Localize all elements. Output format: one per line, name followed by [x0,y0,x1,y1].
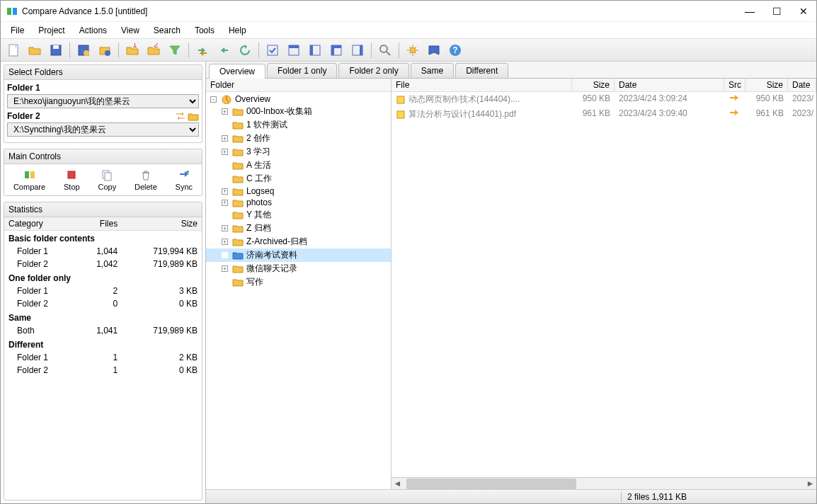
tree-item[interactable]: Y 其他 [206,208,391,222]
file-src [724,108,745,121]
expander-icon[interactable]: + [222,225,228,231]
check-button[interactable] [263,41,282,59]
folder-icon [232,277,244,287]
panel1-button[interactable] [284,41,304,59]
file-src [724,93,745,106]
svg-rect-28 [105,173,111,181]
folder1-input[interactable]: E:\hexo\jianguoyun\我的坚果云 [7,94,199,108]
stats-group: Basic folder contents [4,231,202,246]
folder-icon [232,174,244,183]
tab-same[interactable]: Same [411,63,454,78]
tree-item[interactable]: +Z 归档 [206,222,391,235]
tree-item[interactable]: 济南考试资料 [206,248,391,262]
tree-item[interactable]: +000-Inbox-收集箱 [206,105,391,118]
save-project-button[interactable] [74,41,93,59]
new-button[interactable] [4,41,23,59]
scroll-left-arrow[interactable]: ◄ [392,479,404,488]
settings-button[interactable] [403,41,423,59]
filter-button[interactable] [165,41,185,59]
tree-label: A 生活 [246,159,271,171]
tree-item[interactable]: C 工作 [206,172,391,185]
help-button[interactable]: ? [445,41,465,59]
window-title: Compare Advance 1.5.0 [untitled] [22,6,743,16]
file-row[interactable]: 算法分析与设计(144401).pdf961 KB2023/4/24 3:09:… [392,107,816,122]
tree-item[interactable]: +2 创作 [206,132,391,145]
file-col-size2[interactable]: Size [745,79,788,91]
sync-button[interactable]: Sync [171,167,197,193]
refresh-button[interactable] [235,41,255,59]
menu-help[interactable]: Help [223,24,252,37]
file-col-date2[interactable]: Date [788,79,816,91]
minimize-button[interactable]: — [743,4,757,18]
search-button[interactable] [375,41,395,59]
svg-point-29 [186,171,189,173]
panel3-button[interactable] [326,41,346,59]
book-button[interactable] [424,41,444,59]
compare-button[interactable]: Compare [9,167,50,193]
file-row[interactable]: 动态网页制作技术(144404)....950 KB2023/4/24 3:09… [392,92,816,107]
folder2-input[interactable]: X:\Syncthing\我的坚果云 [7,122,199,137]
sync-left-button[interactable] [214,41,234,59]
delete-button[interactable]: Delete [130,167,161,193]
stats-files: 0 [77,297,122,310]
folder1-button[interactable]: 1 [122,41,142,59]
tree-item[interactable]: -Overview [206,93,391,105]
tree-item[interactable]: 写作 [206,275,391,289]
menu-tools[interactable]: Tools [189,24,220,37]
file-date1: 2023/4/24 3:09:40 [615,108,724,121]
svg-rect-24 [25,171,29,178]
expander-icon[interactable]: - [210,96,217,103]
tree-item[interactable]: 1 软件测试 [206,118,391,132]
scroll-right-arrow[interactable]: ► [804,479,816,488]
open-button[interactable] [25,41,45,59]
folder-icon [232,198,244,207]
folder2-button[interactable]: 2 [144,41,164,59]
expander-icon[interactable]: + [222,265,228,272]
tree-item[interactable]: +photos [206,197,391,208]
tab-folder-2-only[interactable]: Folder 2 only [338,63,408,78]
tree-item[interactable]: +3 学习 [206,145,391,159]
maximize-button[interactable]: ☐ [770,4,784,18]
file-col-date1[interactable]: Date [615,79,724,91]
file-col-file[interactable]: File [392,79,572,91]
menu-file[interactable]: File [5,24,30,37]
tree-item[interactable]: A 生活 [206,159,391,172]
menu-project[interactable]: Project [33,24,70,37]
svg-rect-0 [7,8,11,15]
stats-label: Folder 1 [4,285,77,297]
menu-search[interactable]: Search [148,24,186,37]
browse-icon[interactable] [188,111,199,121]
recent-projects-button[interactable] [95,41,115,59]
stop-button[interactable]: Stop [59,167,84,193]
tree-item[interactable]: +Logseq [206,185,391,197]
expander-icon[interactable]: + [222,200,228,206]
stats-files: 1,042 [77,258,122,270]
expander-icon[interactable]: + [222,188,228,195]
tab-folder-1-only[interactable]: Folder 1 only [267,63,337,78]
expander-icon[interactable]: + [222,108,228,115]
save-button[interactable] [46,41,66,59]
swap-folders-icon[interactable] [175,111,186,121]
menubar: FileProjectActionsViewSearchToolsHelp [1,22,816,39]
folder-tree-pane: Folder -Overview+000-Inbox-收集箱1 软件测试+2 创… [206,79,392,489]
file-date2: 2023/ [788,108,816,121]
expander-icon[interactable]: + [222,149,228,155]
folder-icon [232,161,244,170]
horizontal-scrollbar[interactable]: ◄ ► [392,477,816,489]
menu-actions[interactable]: Actions [74,24,113,37]
file-col-size1[interactable]: Size [572,79,615,91]
tab-different[interactable]: Different [455,63,508,78]
sync-right-button[interactable] [193,41,212,59]
tree-item[interactable]: +Z-Archived-归档 [206,235,391,248]
close-button[interactable]: ✕ [796,4,811,18]
tree-item[interactable]: +微信聊天记录 [206,262,391,275]
menu-view[interactable]: View [115,24,145,37]
copy-button[interactable]: Copy [93,167,120,193]
panel2-button[interactable] [305,41,325,59]
file-size1: 950 KB [572,93,615,106]
file-col-src[interactable]: Src [724,79,745,91]
expander-icon[interactable]: + [222,239,228,245]
expander-icon[interactable]: + [222,135,228,142]
tab-overview[interactable]: Overview [209,64,265,79]
panel4-button[interactable] [348,41,367,59]
